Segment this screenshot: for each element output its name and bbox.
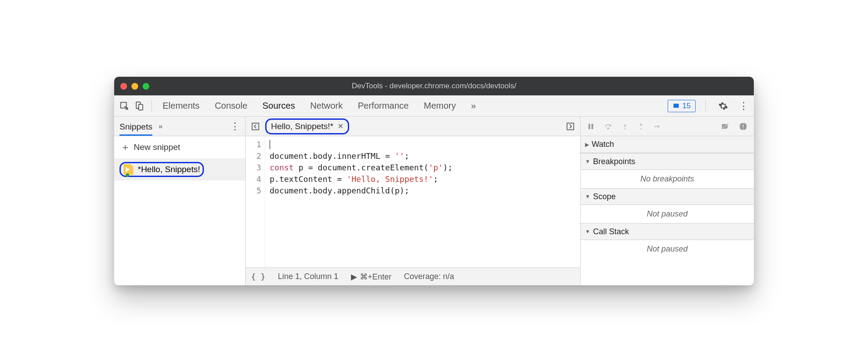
- debugger-section-label: Watch: [592, 140, 614, 149]
- editor-tabbar: Hello, Snippets!* ✕: [246, 117, 580, 136]
- deactivate-breakpoints-icon[interactable]: [720, 122, 730, 130]
- close-window-icon[interactable]: [120, 83, 127, 90]
- debugger-section-content: No breakpoints: [581, 170, 754, 188]
- code-area[interactable]: document.body.innerHTML = '';const p = d…: [265, 136, 580, 268]
- editor-tab-label: Hello, Snippets!*: [271, 122, 333, 131]
- main-toolbar: Elements Console Sources Network Perform…: [114, 95, 754, 117]
- debugger-section-label: Breakpoints: [593, 157, 635, 166]
- panel-tabs: Elements Console Sources Network Perform…: [163, 101, 476, 111]
- navigator-kebab-icon[interactable]: ⋮: [230, 121, 240, 132]
- pause-on-exceptions-icon[interactable]: [739, 122, 748, 131]
- tab-network[interactable]: Network: [310, 101, 342, 111]
- step-into-icon[interactable]: [621, 122, 629, 130]
- svg-rect-4: [252, 123, 259, 130]
- device-toggle-icon[interactable]: [132, 98, 147, 114]
- format-icon[interactable]: { }: [251, 272, 266, 281]
- tab-sources[interactable]: Sources: [263, 101, 295, 111]
- snippet-item[interactable]: *Hello, Snippets!: [114, 158, 245, 181]
- svg-rect-14: [743, 124, 744, 126]
- debugger-section-watch[interactable]: ▶Watch: [581, 136, 754, 153]
- svg-rect-7: [592, 124, 593, 129]
- debugger-section-label: Call Stack: [593, 227, 629, 236]
- scroll-tabs-right-icon[interactable]: [564, 120, 577, 133]
- close-tab-icon[interactable]: ✕: [338, 122, 343, 130]
- editor-column: Hello, Snippets!* ✕ 12345 document.body.…: [246, 117, 581, 285]
- editor-tab[interactable]: Hello, Snippets!* ✕: [265, 118, 349, 134]
- navigator-sidebar: Snippets » ⋮ ＋ New snippet *Hello, Snipp…: [114, 117, 246, 285]
- more-navigator-tabs-icon[interactable]: »: [159, 122, 163, 130]
- cursor-position: Line 1, Column 1: [278, 272, 338, 281]
- triangle-down-icon: ▼: [585, 228, 590, 235]
- step-over-icon[interactable]: [604, 122, 613, 130]
- settings-icon[interactable]: [716, 98, 731, 114]
- run-snippet-button[interactable]: ▶ ⌘+Enter: [351, 272, 392, 282]
- snippet-item-label: *Hello, Snippets!: [138, 165, 200, 174]
- debugger-panel: ▶Watch▼BreakpointsNo breakpoints▼ScopeNo…: [581, 117, 754, 285]
- dirty-indicator-icon: [126, 173, 129, 177]
- navigator-tabs: Snippets » ⋮: [114, 117, 245, 136]
- minimize-window-icon[interactable]: [131, 83, 138, 90]
- kebab-menu-icon[interactable]: ⋮: [736, 98, 751, 114]
- pause-icon[interactable]: [587, 122, 595, 130]
- svg-rect-5: [567, 123, 574, 130]
- debugger-section-content: Not paused: [581, 240, 754, 258]
- new-snippet-label: New snippet: [134, 142, 180, 152]
- separator: [705, 100, 706, 112]
- content-row: Snippets » ⋮ ＋ New snippet *Hello, Snipp…: [114, 117, 754, 285]
- tab-console[interactable]: Console: [215, 101, 247, 111]
- new-snippet-button[interactable]: ＋ New snippet: [114, 136, 245, 158]
- triangle-down-icon: ▼: [585, 193, 590, 200]
- svg-point-11: [655, 126, 656, 127]
- plus-icon: ＋: [120, 141, 130, 154]
- step-out-icon[interactable]: [637, 122, 645, 130]
- window-title: DevTools - developer.chrome.com/docs/dev…: [114, 82, 754, 90]
- play-icon: ▶: [351, 272, 357, 282]
- scroll-tabs-left-icon[interactable]: [249, 120, 262, 133]
- debugger-section-scope[interactable]: ▼Scope: [581, 188, 754, 205]
- debugger-section-call-stack[interactable]: ▼Call Stack: [581, 223, 754, 240]
- separator: [151, 100, 152, 112]
- triangle-down-icon: ▼: [585, 158, 590, 165]
- svg-rect-6: [589, 124, 590, 129]
- debugger-section-content: Not paused: [581, 205, 754, 223]
- debugger-section-label: Scope: [593, 192, 616, 201]
- coverage-status: Coverage: n/a: [404, 272, 454, 281]
- svg-point-10: [641, 128, 642, 130]
- svg-rect-2: [139, 104, 143, 110]
- svg-point-9: [625, 128, 626, 130]
- more-tabs-icon[interactable]: »: [471, 101, 476, 111]
- triangle-right-icon: ▶: [585, 142, 589, 148]
- line-gutter: 12345: [246, 136, 265, 268]
- window-controls: [120, 83, 149, 90]
- tab-elements[interactable]: Elements: [163, 101, 199, 111]
- snippet-file-icon: [123, 164, 133, 175]
- inspect-icon[interactable]: [117, 98, 132, 114]
- titlebar: DevTools - developer.chrome.com/docs/dev…: [114, 77, 754, 95]
- tab-memory[interactable]: Memory: [424, 101, 456, 111]
- svg-rect-3: [673, 103, 679, 107]
- step-icon[interactable]: [653, 122, 662, 130]
- editor-statusbar: { } Line 1, Column 1 ▶ ⌘+Enter Coverage:…: [246, 268, 580, 285]
- devtools-window: DevTools - developer.chrome.com/docs/dev…: [114, 77, 754, 285]
- debugger-section-breakpoints[interactable]: ▼Breakpoints: [581, 153, 754, 170]
- svg-point-8: [608, 128, 609, 129]
- tab-performance[interactable]: Performance: [358, 101, 409, 111]
- code-editor[interactable]: 12345 document.body.innerHTML = '';const…: [246, 136, 580, 268]
- navigator-tab-snippets[interactable]: Snippets: [119, 122, 152, 136]
- svg-rect-15: [743, 127, 744, 128]
- run-shortcut: ⌘+Enter: [360, 272, 392, 282]
- debugger-toolbar: [581, 117, 754, 136]
- issues-badge[interactable]: 15: [668, 100, 696, 112]
- zoom-window-icon[interactable]: [143, 83, 149, 90]
- issues-count: 15: [682, 102, 691, 110]
